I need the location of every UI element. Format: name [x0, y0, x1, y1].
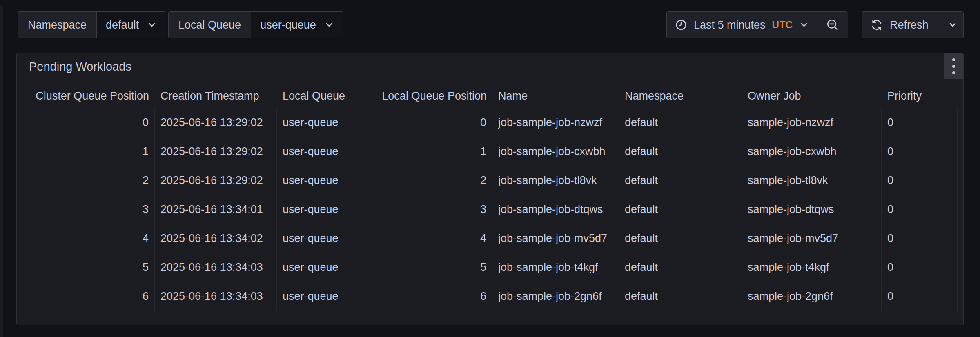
time-picker-group: Last 5 minutes UTC — [666, 11, 848, 38]
table-cell: 3 — [23, 195, 155, 224]
chevron-down-icon — [948, 20, 958, 30]
refresh-group: Refresh — [862, 11, 964, 38]
chevron-down-icon — [799, 20, 809, 30]
time-range-button[interactable]: Last 5 minutes UTC — [667, 12, 817, 38]
table-cell: user-queue — [277, 224, 367, 253]
refresh-label: Refresh — [890, 19, 929, 31]
viewport-left-edge — [0, 6, 3, 337]
column-header[interactable]: Local Queue Position — [367, 84, 492, 108]
table-cell: 6 — [367, 282, 492, 311]
table-cell: job-sample-job-2gn6f — [492, 282, 619, 311]
zoom-out-icon — [826, 18, 840, 32]
kebab-dot — [952, 65, 955, 68]
table-cell: job-sample-job-cxwbh — [492, 137, 619, 166]
table-cell: 0 — [367, 108, 492, 137]
namespace-variable-label: Namespace — [18, 12, 97, 38]
table-cell: 2025-06-16 13:34:02 — [155, 224, 277, 253]
namespace-variable-dropdown[interactable]: default — [97, 12, 166, 38]
table-cell: job-sample-job-dtqws — [492, 195, 619, 224]
table-cell: 1 — [367, 137, 492, 166]
table-cell: 2025-06-16 13:34:03 — [155, 282, 277, 311]
table-cell: default — [619, 195, 742, 224]
table-cell: 2025-06-16 13:29:02 — [155, 166, 277, 195]
table-row: 02025-06-16 13:29:02user-queue0job-sampl… — [23, 108, 958, 137]
column-header[interactable]: Creation Timestamp — [155, 84, 277, 108]
pending-workloads-panel: Pending Workloads Cluster Queue Position… — [16, 53, 964, 325]
table-row: 62025-06-16 13:34:03user-queue6job-sampl… — [23, 282, 958, 311]
table-cell: 0 — [882, 137, 958, 166]
column-header[interactable]: Local Queue — [277, 84, 367, 108]
column-header[interactable]: Cluster Queue Position — [23, 84, 155, 108]
table-cell: user-queue — [277, 282, 367, 311]
table-cell: 2 — [367, 166, 492, 195]
table-cell: job-sample-job-t4kgf — [492, 253, 619, 282]
table-cell: sample-job-tl8vk — [742, 166, 882, 195]
table-cell: sample-job-nzwzf — [742, 108, 882, 137]
zoom-out-button[interactable] — [817, 12, 848, 38]
table-cell: 1 — [23, 137, 155, 166]
panel-menu-button[interactable] — [944, 53, 963, 79]
table-cell: default — [619, 166, 742, 195]
column-header[interactable]: Priority — [882, 84, 958, 108]
refresh-button[interactable]: Refresh — [862, 12, 942, 38]
table-cell: user-queue — [277, 108, 367, 137]
table-cell: 0 — [882, 253, 958, 282]
refresh-sync-icon — [870, 18, 883, 31]
clock-icon — [675, 19, 687, 31]
table-cell: 3 — [367, 195, 492, 224]
table-cell: 2025-06-16 13:34:01 — [155, 195, 277, 224]
table-cell: 0 — [882, 166, 958, 195]
table-cell: 2025-06-16 13:29:02 — [155, 108, 277, 137]
kebab-dot — [952, 58, 955, 61]
table-cell: sample-job-2gn6f — [742, 282, 882, 311]
table-cell: 0 — [882, 195, 958, 224]
table-cell: default — [619, 108, 742, 137]
table-cell: sample-job-cxwbh — [742, 137, 882, 166]
table-cell: sample-job-dtqws — [742, 195, 882, 224]
table-cell: user-queue — [277, 195, 367, 224]
local-queue-variable-dropdown[interactable]: user-queue — [251, 12, 343, 38]
table-body: 02025-06-16 13:29:02user-queue0job-sampl… — [23, 108, 958, 311]
column-header[interactable]: Namespace — [619, 84, 742, 108]
table-cell: job-sample-job-nzwzf — [492, 108, 619, 137]
table-cell: user-queue — [277, 137, 367, 166]
table-header-row: Cluster Queue PositionCreation Timestamp… — [23, 84, 958, 108]
table-cell: 4 — [367, 224, 492, 253]
local-queue-variable: Local Queue user-queue — [168, 11, 343, 38]
table-cell: default — [619, 282, 742, 311]
panel-title: Pending Workloads — [29, 60, 131, 73]
table-cell: 2025-06-16 13:34:03 — [155, 253, 277, 282]
namespace-variable: Namespace default — [18, 11, 166, 38]
column-header[interactable]: Owner Job — [742, 84, 882, 108]
table-cell: 4 — [23, 224, 155, 253]
local-queue-variable-label: Local Queue — [169, 12, 251, 38]
table-cell: default — [619, 253, 742, 282]
table-cell: 2025-06-16 13:29:02 — [155, 137, 277, 166]
table-cell: user-queue — [277, 253, 367, 282]
table-cell: job-sample-job-tl8vk — [492, 166, 619, 195]
table-row: 52025-06-16 13:34:03user-queue5job-sampl… — [23, 253, 958, 282]
kebab-dot — [952, 71, 955, 74]
table-cell: 0 — [23, 108, 155, 137]
table-cell: job-sample-job-mv5d7 — [492, 224, 619, 253]
workloads-table: Cluster Queue PositionCreation Timestamp… — [23, 84, 957, 311]
table-cell: 0 — [882, 108, 958, 137]
table-cell: default — [619, 137, 742, 166]
chevron-down-icon — [324, 20, 334, 30]
chevron-down-icon — [147, 20, 157, 30]
table-cell: sample-job-mv5d7 — [742, 224, 882, 253]
table-cell: 2 — [23, 166, 155, 195]
time-range-label: Last 5 minutes — [694, 19, 766, 31]
table-row: 22025-06-16 13:29:02user-queue2job-sampl… — [23, 166, 958, 195]
table-row: 32025-06-16 13:34:01user-queue3job-sampl… — [23, 195, 958, 224]
column-header[interactable]: Name — [492, 84, 619, 108]
table-cell: default — [619, 224, 742, 253]
local-queue-variable-value: user-queue — [260, 19, 316, 31]
table-cell: 0 — [882, 224, 958, 253]
table-row: 42025-06-16 13:34:02user-queue4job-sampl… — [23, 224, 958, 253]
table-row: 12025-06-16 13:29:02user-queue1job-sampl… — [23, 137, 958, 166]
table-cell: 5 — [23, 253, 155, 282]
table-cell: 5 — [367, 253, 492, 282]
table-cell: user-queue — [277, 166, 367, 195]
refresh-interval-dropdown[interactable] — [942, 12, 963, 38]
